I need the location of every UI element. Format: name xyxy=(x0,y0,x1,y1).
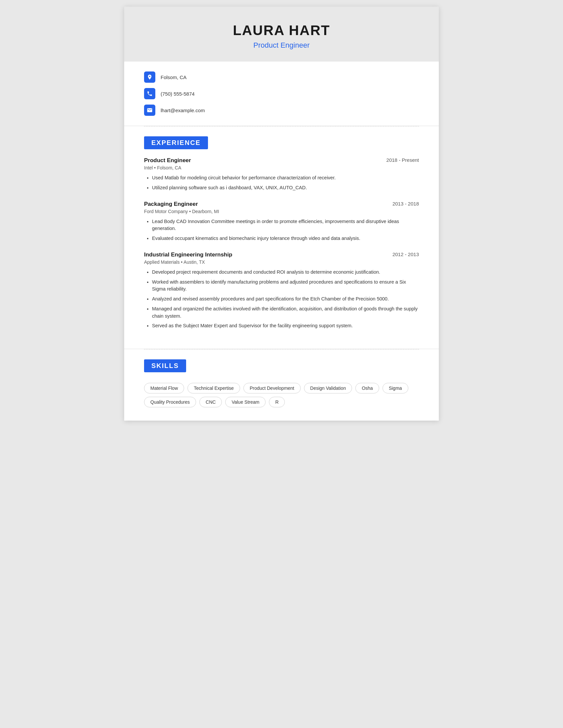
skills-section-header: SKILLS xyxy=(144,359,186,372)
skill-tag-4: Osha xyxy=(355,383,379,393)
job-company-0: Intel • Folsom, CA xyxy=(144,165,419,170)
bullet-item: Served as the Subject Mater Expert and S… xyxy=(152,322,419,330)
skill-tag-7: CNC xyxy=(199,397,222,407)
phone-text: (750) 555-5874 xyxy=(161,91,195,97)
job-dates-2: 2012 - 2013 xyxy=(393,251,419,257)
bullet-item: Utilized planning software such as i das… xyxy=(152,184,419,192)
job-header-0: Product Engineer 2018 - Present xyxy=(144,157,419,164)
bullet-item: Analyzed and revised assembly procedures… xyxy=(152,296,419,303)
job-item-1: Packaging Engineer 2013 - 2018 Ford Moto… xyxy=(144,201,419,242)
bullet-item: Lead Body CAD Innovation Committee meeti… xyxy=(152,218,419,233)
skills-section-title: SKILLS xyxy=(151,362,179,369)
location-text: Folsom, CA xyxy=(161,74,186,80)
job-item-0: Product Engineer 2018 - Present Intel • … xyxy=(144,157,419,192)
experience-section-header: EXPERIENCE xyxy=(144,136,208,149)
experience-section: EXPERIENCE Product Engineer 2018 - Prese… xyxy=(124,126,439,349)
job-bullets-1: Lead Body CAD Innovation Committee meeti… xyxy=(144,218,419,242)
job-bullets-0: Used Matlab for modeling circuit behavio… xyxy=(144,174,419,192)
contact-email: lhart@example.com xyxy=(144,105,419,116)
job-title-2: Industrial Engineering Internship xyxy=(144,251,232,258)
skill-tag-0: Material Flow xyxy=(144,383,184,393)
job-dates-0: 2018 - Present xyxy=(387,157,419,163)
resume-container: LAURA HART Product Engineer Folsom, CA (… xyxy=(124,7,439,421)
bullet-item: Worked with assemblers to identify manuf… xyxy=(152,279,419,293)
experience-section-title: EXPERIENCE xyxy=(151,139,201,146)
contact-location: Folsom, CA xyxy=(144,71,419,83)
contact-phone: (750) 555-5874 xyxy=(144,88,419,99)
phone-icon xyxy=(144,88,155,99)
job-title-1: Packaging Engineer xyxy=(144,201,198,207)
job-company-1: Ford Motor Company • Dearborn, MI xyxy=(144,209,419,214)
skill-tag-6: Quality Procedures xyxy=(144,397,196,407)
skill-tag-2: Product Development xyxy=(243,383,301,393)
bullet-item: Managed and organized the activities inv… xyxy=(152,305,419,320)
candidate-title: Product Engineer xyxy=(137,41,426,50)
bullet-item: Used Matlab for modeling circuit behavio… xyxy=(152,174,419,182)
skill-tag-8: Value Stream xyxy=(225,397,265,407)
bullet-item: Evaluated occupant kinematics and biomec… xyxy=(152,235,419,242)
bullet-item: Developed project requirement documents … xyxy=(152,269,419,276)
skill-tag-9: R xyxy=(269,397,285,407)
candidate-name: LAURA HART xyxy=(137,23,426,38)
location-icon xyxy=(144,71,155,83)
job-title-0: Product Engineer xyxy=(144,157,191,164)
contact-section: Folsom, CA (750) 555-5874 lhart@example.… xyxy=(124,62,439,126)
skill-tag-1: Technical Expertise xyxy=(187,383,240,393)
job-header-1: Packaging Engineer 2013 - 2018 xyxy=(144,201,419,207)
job-bullets-2: Developed project requirement documents … xyxy=(144,269,419,330)
email-icon xyxy=(144,105,155,116)
skill-tag-3: Design Validation xyxy=(304,383,352,393)
job-company-2: Applied Materials • Austin, TX xyxy=(144,259,419,265)
job-dates-1: 2013 - 2018 xyxy=(393,201,419,206)
email-text: lhart@example.com xyxy=(161,108,205,113)
job-header-2: Industrial Engineering Internship 2012 -… xyxy=(144,251,419,258)
job-item-2: Industrial Engineering Internship 2012 -… xyxy=(144,251,419,330)
skill-tag-5: Sigma xyxy=(383,383,408,393)
header: LAURA HART Product Engineer xyxy=(124,7,439,62)
skills-grid: Material Flow Technical Expertise Produc… xyxy=(144,383,419,407)
skills-section: SKILLS Material Flow Technical Expertise… xyxy=(124,349,439,421)
